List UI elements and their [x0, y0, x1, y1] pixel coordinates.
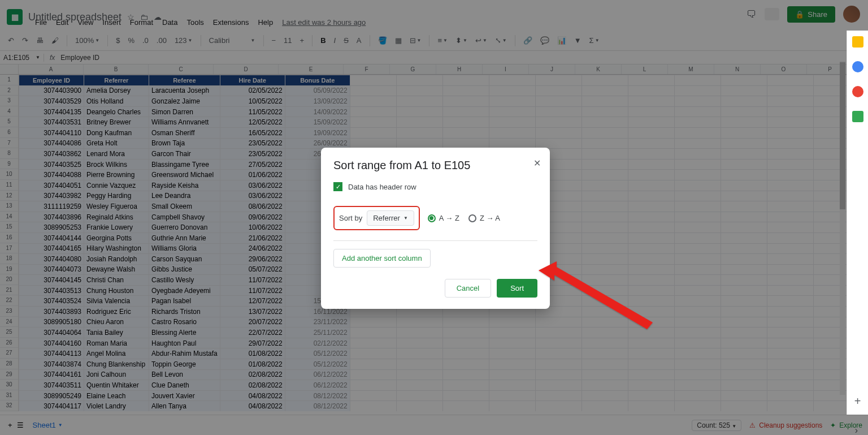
cell[interactable]: 01/06/2022 — [220, 170, 285, 180]
cell[interactable] — [442, 317, 489, 328]
comment-icon[interactable]: 💬 — [538, 35, 552, 46]
cell[interactable] — [489, 138, 535, 149]
cell[interactable] — [721, 201, 767, 212]
cell[interactable] — [581, 138, 628, 149]
name-box[interactable]: A1:E105▼ — [0, 54, 44, 62]
cell[interactable] — [350, 348, 396, 359]
cell[interactable] — [767, 159, 813, 170]
cancel-button[interactable]: Cancel — [445, 279, 491, 298]
count-box[interactable]: Count: 525 ▼ — [692, 420, 741, 431]
row-header[interactable]: 22 — [0, 295, 18, 306]
cell[interactable] — [628, 380, 674, 391]
cell[interactable] — [489, 369, 535, 380]
cell[interactable] — [628, 401, 674, 411]
cell[interactable] — [581, 348, 628, 359]
cell[interactable]: 10/06/2022 — [220, 222, 285, 233]
cell[interactable]: 3074403513 — [19, 285, 84, 296]
contacts-icon[interactable] — [852, 86, 863, 97]
cell[interactable]: 3074404064 — [19, 328, 84, 338]
cell[interactable] — [767, 380, 813, 391]
cell[interactable]: 11/07/2022 — [220, 275, 285, 286]
cell[interactable]: Elaine Leach — [84, 390, 149, 401]
add-sheet-icon[interactable]: + — [6, 420, 15, 430]
cell[interactable] — [628, 149, 674, 160]
col-header[interactable]: O — [761, 64, 807, 74]
functions-icon[interactable]: Σ ▼ — [587, 35, 602, 46]
cell[interactable] — [767, 328, 813, 338]
link-icon[interactable]: 🔗 — [521, 35, 535, 46]
cell[interactable] — [767, 149, 813, 160]
cell[interactable] — [674, 328, 721, 338]
cell[interactable] — [628, 264, 674, 275]
cell[interactable]: Guerrero Donovan — [149, 222, 220, 233]
cell[interactable] — [396, 127, 442, 138]
cell[interactable] — [674, 106, 721, 117]
cell[interactable]: Blassingame Tyree — [149, 159, 220, 170]
cell[interactable]: Dong Kaufman — [84, 127, 149, 138]
cell[interactable] — [628, 222, 674, 233]
cell[interactable]: 3074403893 — [19, 307, 84, 317]
cell[interactable]: 13/09/2022 — [285, 96, 350, 107]
cell[interactable] — [581, 307, 628, 317]
menu-extensions[interactable]: Extensions — [210, 17, 253, 28]
cell[interactable] — [674, 243, 721, 254]
cell[interactable] — [396, 117, 442, 128]
table-header[interactable]: Referrer — [84, 75, 149, 86]
cell[interactable]: 3074404165 — [19, 243, 84, 254]
fill-color-icon[interactable]: 🪣 — [376, 35, 389, 46]
cell[interactable] — [674, 275, 721, 286]
cell[interactable] — [767, 222, 813, 233]
col-header[interactable]: M — [668, 64, 714, 74]
cell[interactable]: 12/07/2022 — [220, 296, 285, 307]
cell[interactable]: Garcon Thair — [149, 149, 220, 160]
cell[interactable] — [396, 328, 442, 338]
cell[interactable]: Richards Triston — [149, 307, 220, 317]
cell[interactable]: 3074403982 — [19, 191, 84, 201]
cell[interactable]: Quentin Whitaker — [84, 380, 149, 391]
cell[interactable] — [396, 317, 442, 328]
cell[interactable] — [350, 317, 396, 328]
font-size[interactable]: 11 — [281, 35, 294, 46]
cell[interactable]: 29/06/2022 — [220, 254, 285, 265]
redo-icon[interactable]: ↷ — [20, 35, 31, 46]
cell[interactable] — [674, 401, 721, 411]
cell[interactable]: 08/12/2022 — [285, 401, 350, 411]
cell[interactable] — [767, 127, 813, 138]
cell[interactable] — [721, 359, 767, 370]
cell[interactable]: 20/07/2022 — [220, 317, 285, 328]
cell[interactable]: 3111119259 — [19, 201, 84, 212]
undo-icon[interactable]: ↶ — [6, 35, 16, 46]
cell[interactable]: 3074404051 — [19, 180, 84, 191]
cell[interactable]: 27/05/2022 — [220, 159, 285, 170]
cell[interactable] — [767, 212, 813, 222]
cell[interactable] — [721, 117, 767, 128]
cell[interactable] — [721, 180, 767, 191]
cell[interactable]: Abdur-Rahim Mustafa — [149, 348, 220, 359]
row-header[interactable]: 9 — [0, 159, 18, 170]
cell[interactable]: 3074403511 — [19, 380, 84, 391]
cell[interactable] — [674, 212, 721, 222]
cell[interactable] — [767, 275, 813, 286]
table-header[interactable]: Hire Date — [220, 75, 285, 86]
cell[interactable]: 26/09/2022 — [285, 138, 350, 149]
cell[interactable]: Dewayne Walsh — [84, 264, 149, 275]
cell[interactable] — [721, 296, 767, 307]
decrease-decimal-icon[interactable]: .0 — [140, 35, 151, 46]
sheet-tab[interactable]: Sheet1 ▼ — [26, 419, 70, 432]
cell[interactable]: 3089905253 — [19, 222, 84, 233]
col-header[interactable]: B — [84, 64, 149, 74]
cell[interactable] — [628, 296, 674, 307]
row-header[interactable]: 30 — [0, 380, 18, 390]
cell[interactable]: 11/07/2022 — [220, 285, 285, 296]
cell[interactable]: Angel Molina — [84, 348, 149, 359]
cell[interactable]: Chung Houston — [84, 285, 149, 296]
cell[interactable] — [396, 390, 442, 401]
cell[interactable] — [721, 106, 767, 117]
cell[interactable]: 24/06/2022 — [220, 243, 285, 254]
cell[interactable]: Christi Chan — [84, 275, 149, 286]
row-header[interactable]: 23 — [0, 306, 18, 317]
cell[interactable] — [581, 254, 628, 265]
cell[interactable] — [535, 317, 581, 328]
cell[interactable] — [396, 96, 442, 107]
cell[interactable] — [721, 138, 767, 149]
